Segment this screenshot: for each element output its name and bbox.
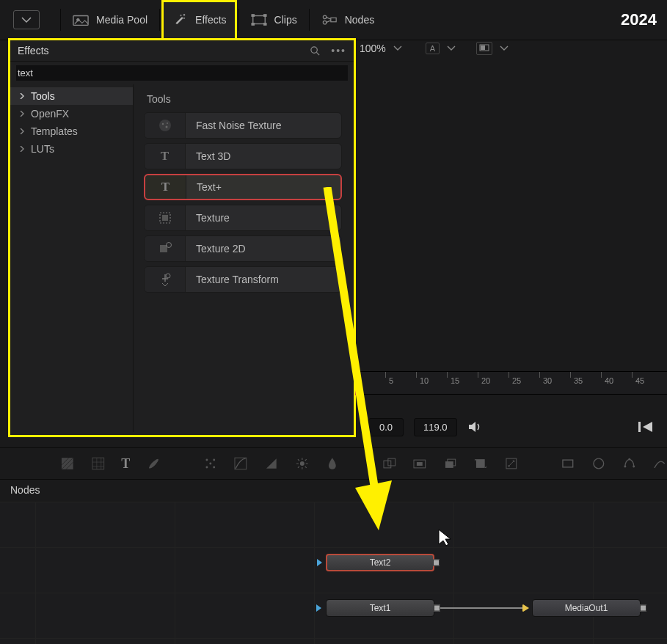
- chevron-down-icon[interactable]: [447, 45, 456, 52]
- tool-fast-noise-texture[interactable]: Fast Noise Texture: [144, 112, 342, 139]
- node-graph[interactable]: Text2 Text1 MediaOut1: [0, 502, 667, 644]
- effects-category-list: Tools OpenFX Templates LUTs: [10, 84, 134, 432]
- tool-texture-transform[interactable]: Texture Transform: [144, 266, 342, 293]
- effects-icon: [172, 13, 188, 26]
- text-icon: T: [161, 180, 170, 194]
- category-label: LUTs: [31, 143, 54, 155]
- node-connection[interactable]: [440, 607, 528, 609]
- resize-tool-icon[interactable]: [504, 456, 519, 471]
- transport-bar: 0.0 119.0: [355, 412, 667, 442]
- more-icon[interactable]: •••: [331, 45, 346, 56]
- text-icon: T: [161, 149, 169, 164]
- texture-icon: [157, 210, 173, 226]
- tab-nodes[interactable]: Nodes: [311, 0, 384, 40]
- layout-dropdown[interactable]: [13, 10, 40, 29]
- background-tool-icon[interactable]: [60, 456, 75, 471]
- noise-icon: [157, 117, 173, 133]
- category-luts[interactable]: LUTs: [10, 140, 133, 158]
- tab-clips[interactable]: Clips: [241, 0, 307, 40]
- tool-text-3d[interactable]: T Text 3D: [144, 143, 342, 169]
- svg-point-11: [323, 21, 327, 24]
- bspline-mask-icon[interactable]: [652, 456, 667, 471]
- node-mediaout1[interactable]: MediaOut1: [532, 599, 641, 617]
- svg-rect-7: [263, 15, 266, 17]
- grid-tool-icon[interactable]: [91, 456, 106, 471]
- top-toolbar: Media Pool Effects Clips Nodes 2024: [0, 0, 667, 40]
- svg-point-47: [633, 465, 635, 467]
- node-label: Text1: [370, 603, 391, 613]
- nodes-panel-header: Nodes: [0, 481, 667, 502]
- ruler-tick: 45: [635, 376, 644, 385]
- category-label: OpenFX: [31, 108, 69, 120]
- tracker-tool-icon[interactable]: [203, 456, 218, 471]
- search-icon[interactable]: [310, 45, 321, 56]
- in-time[interactable]: 0.0: [368, 418, 404, 436]
- curves-tool-icon[interactable]: [233, 456, 248, 471]
- panel-title: Effects: [18, 45, 49, 56]
- polygon-mask-icon[interactable]: [622, 456, 637, 471]
- layers-tool-icon[interactable]: [443, 456, 458, 471]
- category-openfx[interactable]: OpenFX: [10, 105, 133, 122]
- channel-a-button[interactable]: A: [426, 43, 440, 54]
- ellipse-mask-icon[interactable]: [591, 456, 606, 471]
- zoom-label[interactable]: 100%: [360, 43, 386, 54]
- light-tool-icon[interactable]: [295, 456, 310, 471]
- svg-point-32: [213, 466, 215, 468]
- ruler-tick: 25: [512, 376, 521, 385]
- transform-tool-icon[interactable]: [473, 456, 488, 471]
- svg-point-33: [209, 463, 211, 465]
- tool-label: Texture: [186, 212, 230, 224]
- tool-texture[interactable]: Texture: [144, 205, 342, 231]
- svg-point-3: [183, 14, 185, 15]
- blur-tool-icon[interactable]: [325, 456, 340, 471]
- svg-point-48: [628, 458, 630, 461]
- node-text1[interactable]: Text1: [326, 599, 434, 617]
- chevron-down-icon[interactable]: [393, 45, 402, 52]
- chevron-right-icon: [19, 111, 25, 117]
- tool-label: Text 3D: [186, 150, 230, 162]
- tool-text-plus[interactable]: T Text+: [144, 174, 342, 200]
- tab-effects[interactable]: Effects: [161, 0, 237, 40]
- tool-section-header: Tools: [144, 90, 342, 112]
- tab-media-pool[interactable]: Media Pool: [62, 0, 158, 40]
- tab-label: Media Pool: [96, 14, 147, 26]
- category-tools[interactable]: Tools: [10, 87, 133, 105]
- svg-point-45: [594, 458, 604, 469]
- node-label: MediaOut1: [565, 603, 608, 613]
- timeline-ruler[interactable]: 5 10 15 20 25 30 35 40 45: [355, 371, 667, 395]
- effects-panel-header: Effects •••: [10, 40, 354, 62]
- tool-results: Tools Fast Noise Texture T Text 3D T Tex…: [134, 84, 354, 432]
- speaker-icon[interactable]: [467, 420, 484, 434]
- text-tool-icon[interactable]: T: [121, 456, 130, 472]
- tab-label: Effects: [195, 14, 227, 26]
- display-mode-button[interactable]: [476, 42, 492, 55]
- effects-search-input[interactable]: [16, 65, 348, 81]
- category-templates[interactable]: Templates: [10, 122, 133, 140]
- category-label: Tools: [31, 90, 55, 102]
- levels-tool-icon[interactable]: [264, 456, 279, 471]
- chevron-down-icon[interactable]: [500, 45, 509, 52]
- rectangle-mask-icon[interactable]: [561, 456, 575, 471]
- texture-2d-icon: [157, 241, 173, 257]
- ruler-tick: 15: [451, 376, 459, 385]
- out-time[interactable]: 119.0: [414, 418, 457, 436]
- media-pool-icon: [73, 13, 89, 26]
- nodes-icon: [321, 13, 338, 26]
- node-text2[interactable]: Text2: [326, 554, 434, 571]
- svg-rect-26: [638, 422, 641, 432]
- svg-point-2: [181, 15, 182, 16]
- skip-start-icon[interactable]: [638, 420, 654, 433]
- svg-rect-0: [73, 16, 88, 26]
- paint-tool-icon[interactable]: [146, 456, 161, 471]
- svg-point-18: [167, 122, 168, 124]
- ruler-tick: 20: [481, 376, 490, 385]
- merge-tool-icon[interactable]: [382, 456, 397, 471]
- matte-tool-icon[interactable]: [412, 456, 427, 471]
- tool-texture-2d[interactable]: Texture 2D: [144, 235, 342, 262]
- texture-transform-icon: [157, 271, 173, 288]
- cursor-icon: [437, 528, 452, 547]
- svg-point-31: [205, 466, 208, 468]
- svg-rect-42: [476, 459, 485, 468]
- monitor-icon: [479, 44, 489, 51]
- search-row: [10, 62, 354, 84]
